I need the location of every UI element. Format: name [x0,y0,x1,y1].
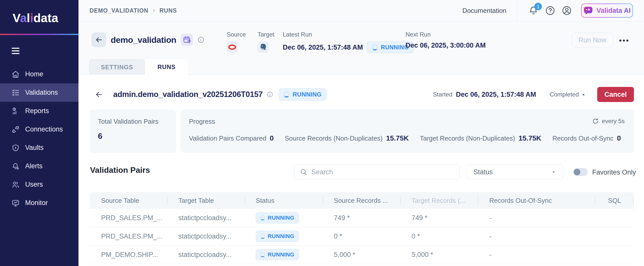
run-status-badge: RUNNING [279,88,327,101]
tab-settings[interactable]: SETTINGS [89,59,145,75]
column-divider [167,196,168,205]
sidebar-item-connections[interactable]: Connections [0,120,78,139]
latest-run-value: Dec 06, 2025, 1:57:48 AM [283,44,363,51]
sidebar-menu: Home Validations Reports Connections Vau… [0,65,78,212]
validation-pairs-table: Source Table Target Table Status Source … [90,192,634,264]
spinner-icon [260,215,265,220]
next-run-value: Dec 06, 2025, 3:00:00 AM [406,42,486,49]
sidebar-item-reports[interactable]: Reports [0,102,78,120]
bell-plus-icon [12,162,20,170]
metric-target-records: Target Records (Non-Duplicates) 15.75K [420,134,541,142]
checklist-icon [12,89,20,97]
validata-ai-label: Validata AI [596,7,631,15]
sidebar-item-label: Validations [25,89,58,96]
sidebar-item-home[interactable]: Home [0,65,78,83]
cell-source-table: PRD_SALES.PM_... [90,232,167,240]
breadcrumb-item-runs[interactable]: RUNS [159,7,177,14]
tab-bar: SETTINGS RUNS [89,59,188,75]
table-row[interactable]: PRD_SALES.PM_... statictpccloadsy... RUN… [90,209,634,227]
column-divider [323,196,323,205]
column-source-records[interactable]: Source Records ... [323,197,400,205]
started-label: Started [433,91,452,98]
sidebar-item-alerts[interactable]: Alerts [0,157,78,175]
documentation-link[interactable]: Documentation [462,7,506,15]
column-target-records[interactable]: Target Records (... [400,197,478,205]
column-target-table[interactable]: Target Table [167,197,245,205]
favorites-only-toggle[interactable] [573,168,588,176]
status-filter-label: Status [473,168,493,176]
spinner-icon [372,44,378,50]
schedule-calendar-icon[interactable] [181,34,193,46]
metric-pairs-compared: Validation Pairs Compared 0 [189,134,274,142]
tab-runs[interactable]: RUNS [145,59,188,75]
search-input[interactable] [311,168,454,176]
cell-target-table: statictpccloadsy... [167,214,245,222]
run-now-button[interactable]: Run Now [572,32,613,48]
cell-target-table: statictpccloadsy... [167,232,245,240]
next-run-label: Next Run [406,31,486,38]
user-account-icon[interactable] [561,5,572,16]
sidebar-item-label: Connections [25,125,63,133]
cell-target-records: 5,000 * [400,251,478,259]
sidebar-item-label: Vaults [25,144,44,152]
help-icon[interactable] [545,5,555,16]
refresh-icon [592,118,599,124]
search-icon [300,168,307,176]
total-pairs-label: Total Validation Pairs [98,118,168,125]
started-value: Dec 06, 2025, 1:57:48 AM [456,91,536,98]
breadcrumb: DEMO_VALIDATION RUNS [90,7,177,14]
sidebar-item-monitor[interactable]: Monitor [0,194,78,212]
cell-target-table: statictpccloadsy... [167,251,245,259]
spinner-icon [260,252,265,257]
column-divider [478,196,478,205]
progress-label: Progress [189,118,626,125]
info-icon[interactable] [197,36,205,43]
hamburger-menu-icon[interactable] [11,46,20,53]
target-label: Target [258,31,274,38]
topbar: DEMO_VALIDATION RUNS Documentation 1 Val… [78,0,644,21]
column-source-table[interactable]: Source Table [90,197,167,205]
spinner-icon [260,234,265,239]
plug-icon [12,125,20,134]
logo-segment: a [20,11,27,25]
cancel-button[interactable]: Cancel [597,87,634,102]
back-button[interactable] [92,32,106,47]
latest-run-group: Latest Run Dec 06, 2025, 1:57:48 AM RUNN… [283,31,414,53]
completed-value: - [582,91,585,98]
table-row[interactable]: PRD_SALES.PM_... statictpccloadsy... RUN… [90,227,634,246]
breadcrumb-item-validation[interactable]: DEMO_VALIDATION [90,7,148,14]
row-status-badge: RUNNING [256,249,299,260]
sidebar-item-validations[interactable]: Validations [0,83,78,102]
refresh-interval[interactable]: every 5s [592,118,625,125]
more-options-icon[interactable] [618,37,629,44]
chevron-down-icon [551,169,556,175]
run-info-icon[interactable] [267,91,273,98]
cell-source-table: PRD_SALES.PM_... [90,214,167,222]
sidebar-item-vaults[interactable]: Vaults [0,139,78,157]
run-name: admin.demo_validation_v20251206T0157 [113,90,263,99]
sidebar-item-label: Users [25,181,43,188]
column-sql[interactable]: SQL [595,197,634,205]
page-title: demo_validation [111,35,176,45]
column-divider [633,196,633,205]
run-back-button[interactable] [95,90,104,99]
logo-segment: i [30,11,33,25]
cell-status: RUNNING [245,212,323,223]
sidebar-item-label: Reports [25,107,49,115]
topbar-actions: Documentation 1 Validata AI [462,0,644,21]
column-divider [400,196,401,205]
sidebar-item-users[interactable]: Users [0,175,78,194]
logo-segment: V [13,11,20,25]
validata-ai-button[interactable]: Validata AI [581,4,633,18]
report-chart-icon [12,107,20,115]
postgres-target-icon [258,42,269,53]
users-icon [12,181,20,189]
status-filter-select[interactable]: Status [467,164,563,180]
column-records-out-of-sync[interactable]: Records Out-Of-Sync [478,197,595,205]
table-row[interactable]: PM_DEMO.SHIP... statictpccloadsy... RUNN… [90,246,634,264]
cell-out-of-sync: - [478,214,595,222]
notifications-bell-icon[interactable]: 1 [528,5,539,16]
column-status[interactable]: Status [245,197,323,205]
row-status-badge: RUNNING [256,231,299,242]
next-run-group: Next Run Dec 06, 2025, 3:00:00 AM [406,31,486,49]
